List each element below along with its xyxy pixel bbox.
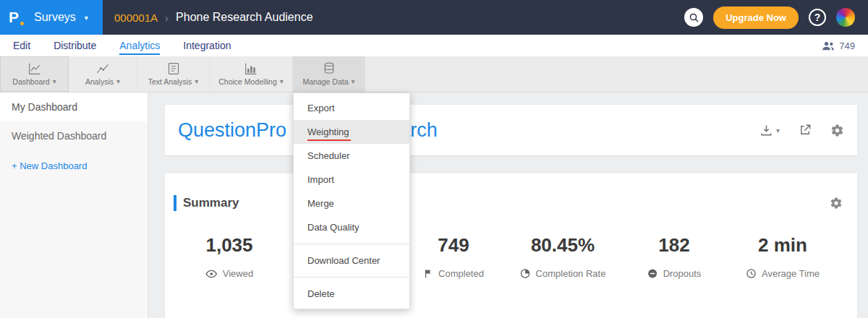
menu-item-import[interactable]: Import [294,168,409,192]
menu-item-weighting[interactable]: Weighting [294,120,409,144]
product-switcher[interactable]: P Surveys [0,0,103,35]
share-icon [799,124,812,137]
menu-item-data-quality[interactable]: Data Quality [294,215,409,239]
toolbar-item-text-analysis[interactable]: Text Analysis [137,56,210,92]
chevron-down-icon [192,77,198,86]
sidebar-item-weighted-dashboard[interactable]: Weighted Dashboard [0,121,148,150]
gear-icon [830,197,843,210]
flag-icon [423,268,433,279]
minus-circle-icon [647,268,658,279]
respondents-count[interactable]: 749 [822,40,855,51]
logo-orange-dot [20,22,24,25]
download-button[interactable] [760,124,780,137]
menu-item-label: Weighting [307,126,349,137]
menu-item-scheduler[interactable]: Scheduler [294,144,409,168]
toolbar-item-manage-data[interactable]: Manage Data [293,56,365,92]
main-content: QuestionPro Phone Research Summary 1,035 [148,93,868,318]
nav-tab-edit[interactable]: Edit [13,37,30,55]
toolbar-item-analysis[interactable]: Analysis [69,56,137,92]
stat-average-time: 2 min Average Time [746,234,820,279]
menu-item-delete[interactable]: Delete [294,282,409,306]
gear-icon [830,124,844,137]
toolbar-item-dashboard[interactable]: Dashboard [0,56,69,92]
text-analysis-icon [166,62,181,75]
breadcrumb: 000001A › Phone Research Audience [114,11,313,24]
dashboard-sidebar: My Dashboard Weighted Dashboard + New Da… [0,93,148,318]
toolbar-item-label: Analysis [85,77,120,86]
new-dashboard-link[interactable]: + New Dashboard [0,150,148,181]
clock-icon [746,268,757,279]
choice-modelling-icon [244,62,258,75]
menu-item-download-center[interactable]: Download Center [294,249,409,272]
sidebar-item-my-dashboard[interactable]: My Dashboard [0,93,148,121]
dashboard-settings-button[interactable] [830,124,844,137]
menu-item-merge[interactable]: Merge [294,192,409,215]
nav-tab-integration[interactable]: Integration [183,37,231,55]
menu-divider [294,244,409,244]
people-icon [822,40,835,51]
eye-icon [205,269,218,279]
toolbar-item-label: Text Analysis [148,77,199,86]
summary-settings-button[interactable] [830,197,843,210]
database-icon [322,62,336,75]
menu-divider [294,277,409,278]
toolbar-item-label: Manage Data [302,77,354,86]
manage-data-menu: Export Weighting Scheduler Import Merge … [293,93,410,309]
breadcrumb-title: Phone Research Audience [176,11,312,24]
chevron-down-icon [82,11,88,24]
chevron-down-icon [50,77,56,86]
stat-completion-rate: 80.45% Completion Rate [520,234,606,279]
topbar: P Surveys 000001A › Phone Research Audie… [0,0,868,35]
chevron-down-icon [114,77,120,86]
accent-bar [174,195,176,211]
menu-item-export[interactable]: Export [294,96,409,120]
dashboard-header-card: QuestionPro Phone Research [165,105,857,155]
upgrade-button[interactable]: Upgrade Now [713,7,799,29]
stat-value: 182 [647,234,702,257]
topbar-actions: Upgrade Now ? [684,7,868,29]
stat-dropouts: 182 Dropouts [647,234,702,279]
help-button[interactable]: ? [809,9,826,26]
stat-label: Completion Rate [536,268,606,279]
theme-palette-icon[interactable] [836,8,855,27]
breadcrumb-separator: › [165,12,169,24]
toolbar-item-label: Dashboard [12,77,56,86]
stat-value: 2 min [746,234,820,257]
survey-nav: Edit Distribute Analytics Integration 74… [0,35,868,56]
search-icon [689,12,699,23]
analysis-chart-icon [95,62,110,75]
stat-value: 80.45% [520,234,606,257]
stat-value: 1,035 [205,234,253,257]
toolbar-item-choice-modelling[interactable]: Choice Modelling [210,56,293,92]
summary-header: Summary [165,173,857,211]
summary-heading: Summary [183,196,239,210]
stat-label: Viewed [223,268,253,279]
download-icon [760,124,773,137]
summary-card: Summary 1,035 Viewed 749 Completed 80.45… [165,173,857,318]
stat-viewed: 1,035 Viewed [205,234,253,279]
analytics-toolbar: Dashboard Analysis Text Analysis Choice … [0,56,868,93]
stat-value: 749 [423,234,484,257]
toolbar-item-label: Choice Modelling [218,77,284,86]
nav-tab-distribute[interactable]: Distribute [54,37,96,55]
chevron-down-icon [773,124,780,137]
stat-label: Average Time [762,268,820,279]
nav-tab-analytics[interactable]: Analytics [119,37,160,55]
chevron-down-icon [277,77,284,86]
stat-label: Dropouts [663,268,702,279]
search-button[interactable] [684,8,703,27]
completion-pie-icon [520,268,531,279]
red-underline-annotation [307,139,351,141]
questionpro-logo-icon: P [9,9,19,26]
stat-completed: 749 Completed [423,234,484,279]
dashboard-header-actions [760,124,844,137]
chevron-down-icon [349,77,355,86]
stat-label: Completed [438,268,484,279]
respondents-count-value: 749 [839,40,855,51]
share-button[interactable] [799,124,812,137]
dashboard-chart-icon [27,62,42,75]
product-name: Surveys [34,11,76,24]
breadcrumb-survey-id[interactable]: 000001A [114,12,158,24]
